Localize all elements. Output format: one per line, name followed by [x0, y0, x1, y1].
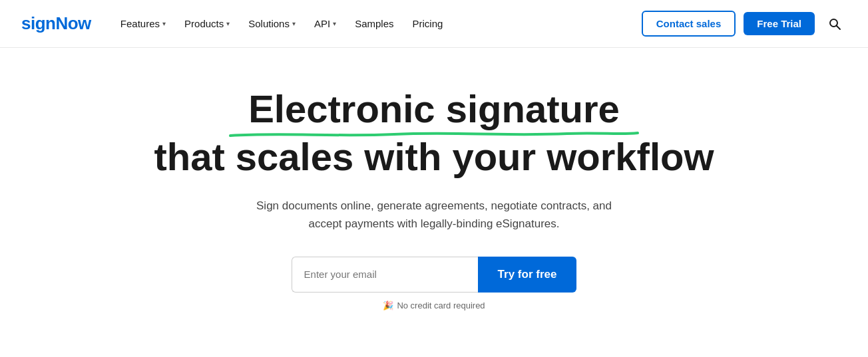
svg-line-1	[837, 25, 841, 29]
main-nav: Features ▾ Products ▾ Solutions ▾ API ▾ …	[112, 13, 451, 35]
party-emoji: 🎉	[383, 300, 393, 310]
hero-cta-form: Try for free	[292, 257, 577, 293]
chevron-down-icon: ▾	[226, 20, 230, 27]
no-credit-card-note: 🎉 No credit card required	[383, 300, 485, 310]
nav-item-samples[interactable]: Samples	[347, 13, 401, 35]
nav-item-features[interactable]: Features ▾	[112, 13, 174, 35]
hero-section: Electronic signature that scales with yo…	[0, 48, 868, 337]
nav-right: Contact sales Free Trial	[642, 11, 847, 37]
email-input[interactable]	[292, 257, 478, 293]
nav-left: signNow Features ▾ Products ▾ Solutions …	[21, 13, 451, 35]
logo[interactable]: signNow	[21, 13, 91, 34]
search-button[interactable]	[823, 12, 847, 36]
logo-text: signNow	[21, 13, 91, 33]
chevron-down-icon: ▾	[162, 20, 166, 27]
site-header: signNow Features ▾ Products ▾ Solutions …	[0, 0, 868, 48]
search-icon	[828, 17, 841, 31]
hero-title-line1: Electronic signature	[154, 88, 714, 136]
hero-title-line2: that scales with your workflow	[154, 136, 714, 178]
nav-item-api[interactable]: API ▾	[306, 13, 344, 35]
hero-subtitle: Sign documents online, generate agreemen…	[241, 197, 627, 233]
underline-decoration	[228, 130, 640, 138]
chevron-down-icon: ▾	[333, 20, 336, 27]
hero-title: Electronic signature that scales with yo…	[154, 88, 714, 178]
chevron-down-icon: ▾	[292, 20, 296, 27]
nav-item-solutions[interactable]: Solutions ▾	[240, 13, 304, 35]
try-for-free-button[interactable]: Try for free	[478, 257, 577, 293]
nav-item-products[interactable]: Products ▾	[176, 13, 238, 35]
nav-item-pricing[interactable]: Pricing	[405, 13, 451, 35]
contact-sales-button[interactable]: Contact sales	[642, 11, 736, 37]
free-trial-button[interactable]: Free Trial	[744, 12, 815, 35]
